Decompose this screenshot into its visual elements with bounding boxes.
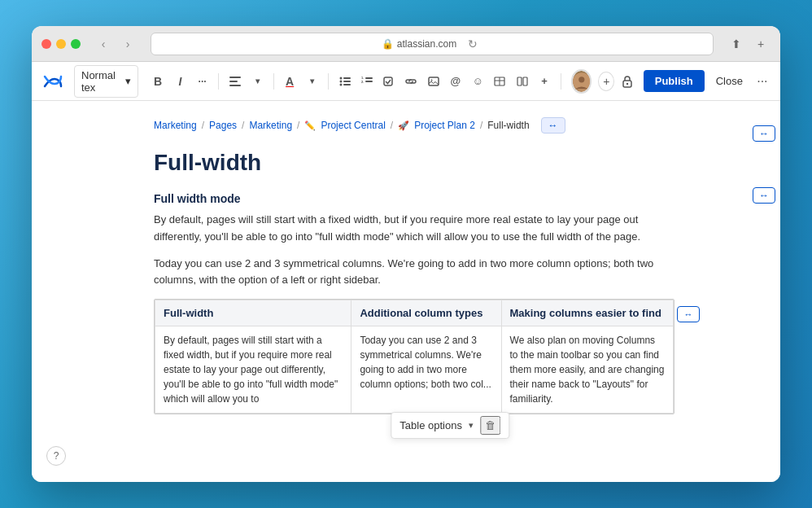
content-table: Full-width Additional column types Makin… (155, 300, 674, 414)
add-tab-button[interactable]: + (751, 34, 771, 54)
editor-container: Normal tex ▾ B I ··· ▾ A ▾ 1.2. (32, 62, 780, 482)
align-button[interactable] (225, 70, 244, 93)
address-bar[interactable]: 🔒 atlassian.com ↻ (151, 33, 714, 55)
breadcrumb-sep-3: / (297, 120, 299, 131)
svg-rect-4 (343, 77, 351, 79)
lock-button[interactable] (618, 70, 636, 93)
more-formatting-button[interactable]: ··· (193, 70, 212, 93)
breadcrumb-sep-1: / (202, 120, 204, 131)
svg-rect-12 (365, 81, 373, 82)
align-chevron[interactable]: ▾ (247, 70, 266, 93)
right-sidebar: ↔ ↔ Feedback (748, 101, 780, 482)
toolbar-more-button[interactable]: ··· (754, 72, 771, 91)
editor-content: ? Marketing / Pages / Marketing / ✏️ Pro… (32, 101, 780, 482)
insert-more-button[interactable]: + (535, 70, 553, 93)
svg-rect-20 (523, 77, 527, 85)
table-header-fullwidth: Full-width (155, 300, 351, 326)
breadcrumb-current: Full-width (487, 120, 529, 131)
task-button[interactable] (379, 70, 398, 93)
text-color-button[interactable]: A (280, 70, 299, 93)
table-header-row: Full-width Additional column types Makin… (155, 300, 674, 326)
share-button[interactable]: ⬆ (727, 34, 746, 54)
breadcrumb-project-plan[interactable]: Project Plan 2 (414, 120, 475, 131)
at-mention-button[interactable]: @ (446, 70, 465, 93)
paragraph-1: By default, pages will still start with … (154, 212, 674, 246)
svg-point-3 (339, 77, 342, 79)
expand-width-button[interactable]: ↔ (753, 125, 775, 142)
help-button[interactable]: ? (46, 446, 66, 466)
table-expand-button[interactable]: ↔ (677, 306, 700, 322)
svg-rect-1 (229, 81, 238, 82)
section-heading: Full width mode (154, 192, 674, 205)
url-text: atlassian.com (397, 38, 456, 50)
table-cell-2: Today you can use 2 and 3 symmetrical co… (351, 326, 501, 414)
svg-rect-6 (343, 81, 351, 82)
table-header-columns: Additional column types (351, 300, 501, 326)
svg-point-22 (578, 77, 584, 82)
table-cell-3: We also plan on moving Columns to the ma… (501, 326, 673, 414)
svg-rect-19 (517, 77, 522, 85)
breadcrumb-marketing-2[interactable]: Marketing (249, 120, 292, 131)
svg-text:2.: 2. (361, 80, 364, 84)
table-row: By default, pages will still start with … (155, 326, 674, 414)
dropdown-chevron: ▾ (125, 75, 131, 87)
text-color-chevron[interactable]: ▾ (303, 70, 321, 93)
svg-rect-13 (384, 77, 392, 85)
breadcrumb-project-central[interactable]: Project Central (321, 120, 385, 131)
divider-4 (561, 73, 561, 90)
emoji-button[interactable]: ☺ (469, 70, 487, 93)
bold-button[interactable]: B (148, 70, 167, 93)
forward-button[interactable]: › (118, 34, 138, 54)
table-cell-2-text: Today you can use 2 and 3 symmetrical co… (360, 335, 491, 390)
table-options-bar: Table options ▾ 🗑 (391, 412, 509, 439)
svg-point-7 (339, 83, 342, 85)
expand-table-button[interactable]: ↔ (753, 187, 775, 204)
page-title: Full-width (154, 150, 674, 176)
refresh-button[interactable]: ↻ (463, 34, 482, 54)
table-header-find: Making columns easier to find (501, 300, 673, 326)
svg-rect-10 (365, 77, 373, 79)
numbered-list-button[interactable]: 1.2. (357, 70, 376, 93)
text-style-label: Normal tex (81, 69, 122, 94)
browser-titlebar: ‹ › 🔒 atlassian.com ↻ ⬆ + (32, 26, 780, 62)
svg-rect-2 (229, 85, 241, 86)
minimize-traffic-light[interactable] (56, 39, 66, 49)
image-button[interactable] (424, 70, 443, 93)
confluence-logo (41, 70, 64, 93)
avatar-image (573, 71, 591, 92)
left-sidebar: ? (32, 101, 81, 482)
columns-button[interactable] (513, 70, 531, 93)
italic-button[interactable]: I (171, 70, 190, 93)
link-button[interactable] (402, 70, 421, 93)
breadcrumb-marketing[interactable]: Marketing (154, 120, 197, 131)
back-button[interactable]: ‹ (94, 34, 113, 54)
table-button[interactable] (491, 70, 509, 93)
add-collaborator-button[interactable]: + (598, 72, 614, 91)
breadcrumb-sep-4: / (391, 120, 393, 131)
breadcrumb-sep-2: / (242, 120, 244, 131)
toolbar: Normal tex ▾ B I ··· ▾ A ▾ 1.2. (32, 62, 780, 101)
table-wrapper: ↔ Full-width Additional column types Mak… (154, 299, 674, 414)
breadcrumb-sep-5: / (480, 120, 482, 131)
svg-rect-8 (343, 84, 351, 85)
maximize-traffic-light[interactable] (71, 39, 81, 49)
breadcrumb-expand-button[interactable]: ↔ (541, 117, 565, 134)
browser-nav: ‹ › (94, 34, 138, 54)
browser-actions: ⬆ + (727, 34, 771, 54)
close-button[interactable]: Close (708, 70, 751, 92)
paragraph-2: Today you can use 2 and 3 symmetrical co… (154, 256, 674, 290)
table-delete-button[interactable]: 🗑 (480, 416, 500, 435)
user-avatar[interactable] (571, 69, 592, 94)
divider-3 (328, 73, 329, 90)
breadcrumb-pages[interactable]: Pages (209, 120, 237, 131)
close-traffic-light[interactable] (41, 39, 51, 49)
lock-icon: 🔒 (382, 38, 394, 50)
project-plan-icon: 🚀 (398, 120, 409, 131)
publish-button[interactable]: Publish (644, 70, 705, 92)
traffic-lights (41, 39, 81, 49)
svg-rect-0 (229, 77, 241, 78)
divider-1 (218, 73, 219, 90)
text-style-dropdown[interactable]: Normal tex ▾ (74, 65, 138, 98)
bullet-list-button[interactable] (335, 70, 354, 93)
svg-point-5 (339, 80, 342, 82)
